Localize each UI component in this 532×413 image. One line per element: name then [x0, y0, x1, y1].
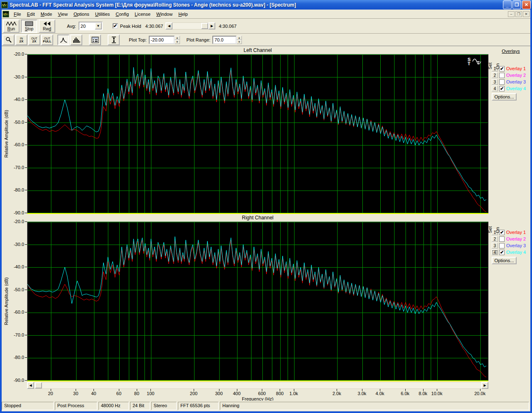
freq-scroll-track[interactable]	[34, 382, 481, 389]
menu-window[interactable]: Window	[153, 10, 175, 18]
freq-scroll-thumb[interactable]	[35, 382, 42, 388]
menu-config[interactable]: Config	[113, 10, 132, 18]
y-tick-label: -20.0	[7, 52, 24, 57]
x-tick-label: 20	[38, 391, 63, 396]
zoom-out-full-button[interactable]: OUT FULL	[41, 34, 53, 45]
set-column-label: Set	[488, 62, 493, 69]
overlay-on-checkbox[interactable]	[499, 243, 505, 248]
overlay-label: Overlay 1	[506, 66, 526, 71]
zoom-in-2x-button[interactable]: IN 2X	[15, 34, 27, 45]
overlay-options-button[interactable]: Options...	[492, 93, 517, 101]
y-tick-label: -80.0	[7, 355, 24, 360]
y-tick-label: -70.0	[7, 165, 24, 170]
y-tick-label: -30.0	[7, 74, 24, 79]
menu-edit[interactable]: Edit	[24, 10, 38, 18]
avg-label: Avg:	[67, 24, 76, 29]
mdi-close-button[interactable]: ✕	[523, 11, 530, 17]
right-channel-plot[interactable]	[27, 221, 488, 381]
rewind-icon	[43, 21, 51, 27]
overlay-set-button[interactable]: 2	[492, 72, 498, 78]
zoom-toolbar: IN 2X OUT 2X OUT FULL Plot Top: -20.00 ▲	[2, 34, 530, 46]
scroll-left-icon[interactable]: ◀	[27, 382, 34, 389]
mdi-restore-button[interactable]: ❐	[515, 11, 522, 17]
title-bar[interactable]: SpectraLAB - FFT Spectral Analysis Syste…	[0, 0, 532, 10]
minimize-button[interactable]: _	[503, 0, 512, 9]
menu-file[interactable]: File	[11, 10, 24, 18]
y-tick-mark	[25, 221, 27, 222]
zoom-select-button[interactable]	[2, 34, 15, 45]
time-scroll-thumb[interactable]	[201, 23, 208, 29]
menu-utilities[interactable]: Utilities	[92, 10, 113, 18]
status-panel-fft-65536-pts: FFT 65536 pts	[178, 402, 219, 410]
overlay-on-checkbox[interactable]	[499, 73, 505, 78]
y-tick-mark	[25, 357, 27, 358]
overlays-panel-right: Set On 1✔Overlay 12Overlay 23Overlay 34✔…	[492, 218, 530, 264]
stop-button[interactable]: Stop	[21, 20, 37, 33]
spectrum-trace-overlay-4-peak-hold-	[27, 67, 486, 201]
avg-combobox[interactable]: 20 ▼	[79, 22, 103, 30]
menu-license[interactable]: License	[132, 10, 153, 18]
y-tick-label: -40.0	[7, 264, 24, 269]
overlay-set-button[interactable]: 2	[492, 236, 498, 242]
overlay-row: 3Overlay 3	[492, 242, 530, 249]
document-icon[interactable]	[2, 11, 9, 17]
bar-plot-mode-button[interactable]	[70, 34, 82, 45]
status-panel-stereo: Stereo	[151, 402, 177, 410]
overlay-set-button[interactable]: 4	[492, 86, 498, 91]
overlay-on-checkbox[interactable]: ✔	[499, 250, 505, 255]
frequency-scrollbar[interactable]: ◀ ▶	[27, 382, 488, 389]
chevron-down-icon[interactable]: ▼	[95, 22, 102, 30]
overlay-label: Overlay 2	[506, 236, 526, 241]
amplitude-range-button[interactable]	[108, 34, 120, 45]
menu-view[interactable]: View	[55, 10, 71, 18]
overlay-label: Overlay 4	[506, 86, 526, 91]
time-scroll-track[interactable]	[172, 22, 208, 30]
menu-help[interactable]: Help	[175, 10, 191, 18]
spectrum-trace-overlay-1	[27, 239, 486, 377]
display-options-button[interactable]	[89, 34, 101, 45]
time-scrollbar[interactable]: ◀ ▶	[165, 22, 215, 30]
restore-button[interactable]: ❐	[512, 0, 521, 9]
overlay-options-button[interactable]: Options...	[492, 257, 517, 264]
overlay-on-checkbox[interactable]	[499, 79, 505, 85]
overlays-title[interactable]: Overlays	[492, 49, 530, 54]
status-panel-24-bit: 24 Bit	[130, 402, 150, 410]
scroll-right-icon[interactable]: ▶	[208, 22, 215, 30]
plot-range-spinner[interactable]: ▲▼	[236, 36, 242, 44]
peak-hold-checkbox[interactable]: ✔	[113, 23, 118, 29]
menu-mode[interactable]: Mode	[38, 10, 55, 18]
y-tick-mark	[25, 290, 27, 290]
overlay-set-button[interactable]: 3	[492, 243, 498, 248]
scroll-right-icon[interactable]: ▶	[481, 382, 488, 389]
overlay-on-checkbox[interactable]: ✔	[499, 86, 505, 91]
transport-toolbar: Run Stop Rwd Avg: 20 ▼ ✔ Peak Hold 4:30.…	[2, 19, 530, 34]
y-tick-mark	[25, 213, 27, 213]
run-button[interactable]: Run	[3, 20, 20, 33]
spin-up-icon: ▲	[175, 36, 180, 40]
y-tick-mark	[25, 54, 27, 54]
overlay-row: 2Overlay 2	[492, 236, 530, 242]
status-bar: StoppedPost Process48000 Hz24 BitStereoF…	[2, 401, 530, 411]
zoom-out-2x-button[interactable]: OUT 2X	[28, 34, 40, 45]
plot-range-input[interactable]: 70.0	[212, 36, 236, 44]
left-channel-plot[interactable]: S T	[27, 54, 488, 214]
y-tick-mark	[25, 122, 27, 123]
rewind-button[interactable]: Rwd	[39, 20, 55, 33]
overlay-on-checkbox[interactable]	[499, 236, 505, 242]
spin-up-icon: ▲	[236, 36, 242, 40]
stop-square-icon	[25, 21, 33, 27]
y-tick-mark	[25, 190, 27, 190]
scroll-left-icon[interactable]: ◀	[165, 22, 172, 30]
bar-chart-icon	[73, 37, 80, 43]
overlay-set-button[interactable]: 3	[492, 79, 498, 85]
overlay-set-button[interactable]: 4	[492, 249, 498, 255]
status-panel-post-process: Post Process	[55, 402, 97, 410]
close-button[interactable]: ✕	[522, 0, 531, 9]
plot-top-input[interactable]: -20.00	[149, 36, 175, 44]
app-icon[interactable]	[1, 2, 8, 8]
mdi-minimize-button[interactable]: –	[508, 11, 515, 17]
menu-options[interactable]: Options	[71, 10, 92, 18]
line-plot-mode-button[interactable]	[57, 34, 69, 45]
app-window: SpectraLAB - FFT Spectral Analysis Syste…	[0, 0, 532, 413]
plot-top-spinner[interactable]: ▲▼	[175, 36, 180, 44]
